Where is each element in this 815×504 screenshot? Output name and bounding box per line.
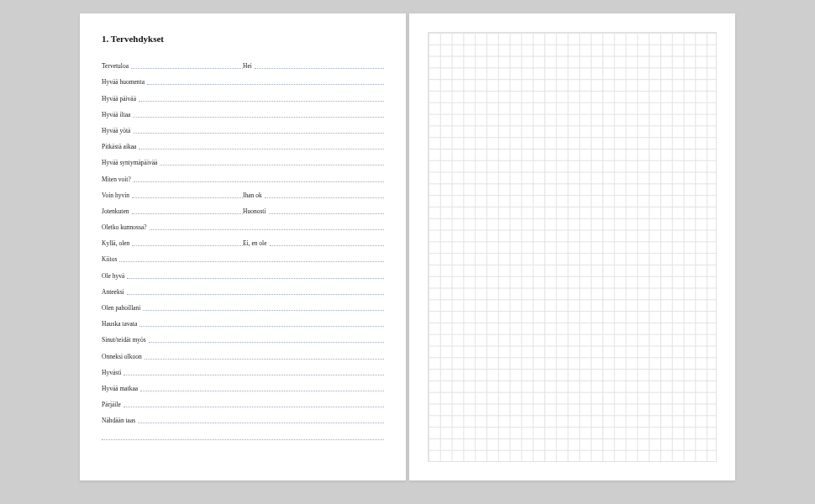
vocabulary-term: Nähdään taas	[102, 417, 138, 426]
vocabulary-row: Hyvästi	[102, 362, 384, 378]
vocabulary-row: Miten voit?	[102, 168, 384, 184]
vocabulary-cell: Oletko kunnossa?	[102, 217, 384, 233]
dotted-fill-line	[127, 294, 384, 295]
dotted-fill-line	[145, 359, 384, 360]
dotted-fill-line	[270, 245, 384, 246]
vocabulary-term: Jotenkuten	[102, 207, 132, 217]
vocabulary-cell: Hyvästi	[102, 362, 384, 378]
vocabulary-term: Hyvää iltaa	[102, 111, 133, 120]
vocabulary-term: Ihan ok	[243, 192, 265, 201]
dotted-fill-line	[265, 197, 384, 198]
vocabulary-row: TervetuloaHei	[102, 55, 384, 71]
vocabulary-term: Hauska tavata	[102, 320, 139, 329]
vocabulary-cell: Hyvää matkaa	[102, 378, 384, 394]
vocabulary-row: JotenkutenHuonosti	[102, 201, 384, 217]
vocabulary-term: Sinut/teidät myös	[102, 336, 149, 345]
vocabulary-term: Voin hyvin	[102, 192, 132, 201]
vocabulary-row: Nähdään taas	[102, 410, 384, 426]
dotted-fill-line	[134, 181, 384, 182]
vocabulary-term: Olen pahoillani	[102, 304, 143, 313]
vocabulary-cell: Huonosti	[243, 201, 384, 217]
vocabulary-rows: TervetuloaHeiHyvää huomentaHyvää päivääH…	[102, 55, 384, 443]
vocabulary-cell: Miten voit?	[102, 168, 384, 184]
vocabulary-term: Kiitos	[102, 255, 119, 265]
vocabulary-row: Hyvää syntymäpäivää	[102, 152, 384, 168]
vocabulary-row: Olen pahoillani	[102, 297, 384, 313]
dotted-fill-line	[139, 326, 384, 327]
vocabulary-cell: Voin hyvin	[102, 185, 243, 201]
dotted-fill-line	[139, 149, 384, 150]
vocabulary-term: Kyllä, olen	[102, 239, 132, 249]
dotted-fill-line	[131, 68, 243, 69]
vocabulary-row: Hyvää iltaa	[102, 104, 384, 120]
vocabulary-term: Ole hyvä	[102, 272, 127, 281]
vocabulary-row: Hyvää yötä	[102, 120, 384, 136]
dotted-fill-line	[147, 84, 384, 85]
dotted-fill-line	[140, 391, 384, 391]
dotted-fill-line	[269, 213, 384, 214]
vocabulary-row: Pärjäile	[102, 394, 384, 410]
vocabulary-term: Anteeksi	[102, 288, 127, 297]
section-heading: 1. Tervehdykset	[102, 34, 384, 44]
vocabulary-cell: Pitkästä aikaa	[102, 136, 384, 152]
dotted-fill-line	[124, 407, 384, 407]
vocabulary-term: Hyvää matkaa	[102, 385, 140, 394]
vocabulary-term: Hyvää huomenta	[102, 78, 147, 87]
notebook-spread: 1. Tervehdykset TervetuloaHeiHyvää huome…	[80, 13, 735, 480]
vocabulary-cell: Kyllä, olen	[102, 233, 243, 249]
vocabulary-row: Hyvää huomenta	[102, 71, 384, 87]
vocabulary-cell: Ei, en ole	[243, 233, 384, 249]
vocabulary-cell: Hei	[243, 55, 384, 71]
vocabulary-cell: Kiitos	[102, 249, 384, 265]
vocabulary-term: Hyvää päivää	[102, 95, 139, 104]
vocabulary-row: Voin hyvinIhan ok	[102, 185, 384, 201]
vocabulary-cell: Jotenkuten	[102, 201, 243, 217]
vocabulary-cell: Pärjäile	[102, 394, 384, 410]
vocabulary-cell: Hyvää huomenta	[102, 71, 384, 87]
vocabulary-cell: Onneksi olkoon	[102, 345, 384, 361]
vocabulary-row: Onneksi olkoon	[102, 345, 384, 361]
vocabulary-cell: Hyvää yötä	[102, 120, 384, 136]
vocabulary-row: Oletko kunnossa?	[102, 217, 384, 233]
dotted-fill-line	[132, 213, 244, 214]
vocabulary-term: Pitkästä aikaa	[102, 143, 139, 152]
right-page	[409, 13, 735, 480]
vocabulary-cell: Ihan ok	[243, 185, 384, 201]
vocabulary-cell: Hyvää iltaa	[102, 104, 384, 120]
vocabulary-term: Pärjäile	[102, 401, 124, 410]
dotted-fill-line	[143, 310, 384, 311]
dotted-fill-line	[124, 375, 384, 375]
dotted-fill-line	[119, 261, 384, 262]
dotted-fill-line	[133, 117, 384, 118]
vocabulary-row: Hyvää matkaa	[102, 378, 384, 394]
vocabulary-cell: Hauska tavata	[102, 313, 384, 329]
vocabulary-cell: Anteeksi	[102, 281, 384, 297]
dotted-fill-line	[149, 342, 384, 343]
vocabulary-cell: Olen pahoillani	[102, 297, 384, 313]
dotted-fill-line	[132, 245, 243, 246]
vocabulary-row: Hauska tavata	[102, 313, 384, 329]
dotted-fill-line	[138, 423, 384, 423]
vocabulary-cell	[102, 426, 384, 442]
dotted-fill-line	[255, 68, 384, 69]
vocabulary-row	[102, 426, 384, 442]
vocabulary-row: Ole hyvä	[102, 265, 384, 281]
vocabulary-term: Hyvästi	[102, 369, 124, 378]
vocabulary-row: Anteeksi	[102, 281, 384, 297]
vocabulary-cell: Ole hyvä	[102, 265, 384, 281]
vocabulary-cell: Sinut/teidät myös	[102, 329, 384, 345]
vocabulary-term: Hei	[243, 62, 255, 71]
vocabulary-term: Ei, en ole	[243, 239, 270, 249]
vocabulary-row: Sinut/teidät myös	[102, 329, 384, 345]
dotted-fill-line	[160, 165, 384, 165]
vocabulary-row: Kiitos	[102, 249, 384, 265]
vocabulary-row: Pitkästä aikaa	[102, 136, 384, 152]
vocabulary-row: Kyllä, olenEi, en ole	[102, 233, 384, 249]
vocabulary-term: Miten voit?	[102, 176, 134, 185]
vocabulary-cell: Hyvää päivää	[102, 87, 384, 103]
dotted-fill-line	[133, 133, 384, 134]
vocabulary-term: Tervetuloa	[102, 62, 131, 71]
vocabulary-term: Hyvää yötä	[102, 127, 133, 136]
dotted-fill-line	[102, 439, 384, 440]
vocabulary-term: Onneksi olkoon	[102, 353, 145, 362]
